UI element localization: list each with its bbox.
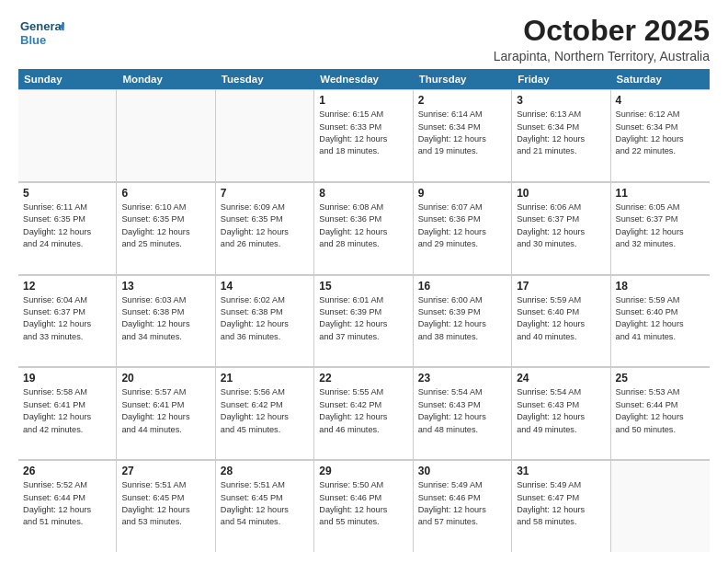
- calendar-day-29: 29Sunrise: 5:50 AM Sunset: 6:46 PM Dayli…: [314, 460, 413, 552]
- day-number: 27: [121, 465, 210, 477]
- day-info: Sunrise: 6:01 AM Sunset: 6:39 PM Dayligh…: [319, 294, 407, 343]
- day-info: Sunrise: 6:03 AM Sunset: 6:38 PM Dayligh…: [121, 294, 210, 343]
- day-info: Sunrise: 5:56 AM Sunset: 6:42 PM Dayligh…: [221, 386, 309, 435]
- day-number: 14: [221, 280, 309, 293]
- calendar-empty-cell: [117, 89, 215, 181]
- day-info: Sunrise: 6:08 AM Sunset: 6:36 PM Dayligh…: [319, 201, 407, 250]
- day-number: 4: [616, 94, 705, 107]
- calendar-day-15: 15Sunrise: 6:01 AM Sunset: 6:39 PM Dayli…: [314, 275, 413, 367]
- calendar-day-14: 14Sunrise: 6:02 AM Sunset: 6:38 PM Dayli…: [216, 275, 314, 367]
- subtitle: Larapinta, Northern Territory, Australia: [494, 49, 710, 63]
- day-number: 19: [23, 372, 111, 385]
- day-number: 26: [23, 465, 111, 477]
- day-number: 2: [418, 94, 506, 107]
- calendar-day-11: 11Sunrise: 6:05 AM Sunset: 6:37 PM Dayli…: [611, 182, 710, 274]
- day-info: Sunrise: 5:54 AM Sunset: 6:43 PM Dayligh…: [418, 386, 506, 435]
- calendar-day-9: 9Sunrise: 6:07 AM Sunset: 6:36 PM Daylig…: [414, 182, 512, 274]
- calendar-header: SundayMondayTuesdayWednesdayThursdayFrid…: [18, 69, 710, 89]
- day-number: 8: [319, 187, 407, 200]
- day-number: 28: [221, 465, 309, 477]
- day-info: Sunrise: 5:53 AM Sunset: 6:44 PM Dayligh…: [616, 386, 705, 435]
- calendar-empty-cell: [611, 460, 710, 552]
- calendar-empty-cell: [18, 89, 117, 181]
- day-number: 7: [221, 187, 309, 200]
- calendar-day-2: 2Sunrise: 6:14 AM Sunset: 6:34 PM Daylig…: [414, 89, 512, 181]
- calendar-day-23: 23Sunrise: 5:54 AM Sunset: 6:43 PM Dayli…: [414, 367, 512, 459]
- header-day-wednesday: Wednesday: [314, 69, 413, 89]
- calendar-day-21: 21Sunrise: 5:56 AM Sunset: 6:42 PM Dayli…: [216, 367, 314, 459]
- calendar-day-31: 31Sunrise: 5:49 AM Sunset: 6:47 PM Dayli…: [512, 460, 610, 552]
- calendar-day-7: 7Sunrise: 6:09 AM Sunset: 6:35 PM Daylig…: [216, 182, 314, 274]
- day-info: Sunrise: 6:07 AM Sunset: 6:36 PM Dayligh…: [418, 201, 506, 250]
- day-info: Sunrise: 6:13 AM Sunset: 6:34 PM Dayligh…: [517, 109, 605, 157]
- header-day-tuesday: Tuesday: [216, 69, 314, 89]
- day-info: Sunrise: 5:51 AM Sunset: 6:45 PM Dayligh…: [121, 479, 210, 528]
- day-info: Sunrise: 5:58 AM Sunset: 6:41 PM Dayligh…: [23, 386, 111, 435]
- calendar-body: 1Sunrise: 6:15 AM Sunset: 6:33 PM Daylig…: [18, 89, 710, 552]
- day-number: 3: [517, 94, 605, 107]
- calendar-day-26: 26Sunrise: 5:52 AM Sunset: 6:44 PM Dayli…: [18, 460, 117, 552]
- day-info: Sunrise: 6:10 AM Sunset: 6:35 PM Dayligh…: [121, 201, 210, 250]
- day-number: 6: [121, 187, 210, 200]
- calendar-day-19: 19Sunrise: 5:58 AM Sunset: 6:41 PM Dayli…: [18, 367, 117, 459]
- calendar-day-5: 5Sunrise: 6:11 AM Sunset: 6:35 PM Daylig…: [18, 182, 117, 274]
- calendar-day-22: 22Sunrise: 5:55 AM Sunset: 6:42 PM Dayli…: [314, 367, 413, 459]
- month-title: October 2025: [494, 15, 710, 47]
- calendar-day-27: 27Sunrise: 5:51 AM Sunset: 6:45 PM Dayli…: [117, 460, 215, 552]
- day-info: Sunrise: 6:02 AM Sunset: 6:38 PM Dayligh…: [221, 294, 309, 343]
- day-number: 29: [319, 465, 407, 477]
- header-day-thursday: Thursday: [414, 69, 512, 89]
- header-day-monday: Monday: [117, 69, 215, 89]
- day-number: 1: [319, 94, 407, 107]
- calendar-day-1: 1Sunrise: 6:15 AM Sunset: 6:33 PM Daylig…: [314, 89, 413, 181]
- calendar-day-30: 30Sunrise: 5:49 AM Sunset: 6:46 PM Dayli…: [414, 460, 512, 552]
- day-number: 22: [319, 372, 407, 385]
- title-block: October 2025 Larapinta, Northern Territo…: [494, 15, 710, 63]
- day-number: 12: [23, 280, 111, 293]
- day-info: Sunrise: 6:14 AM Sunset: 6:34 PM Dayligh…: [418, 109, 506, 157]
- day-number: 25: [616, 372, 705, 385]
- day-number: 15: [319, 280, 407, 293]
- day-number: 10: [517, 187, 605, 200]
- day-number: 23: [418, 372, 506, 385]
- day-number: 30: [418, 465, 506, 477]
- calendar-week-3: 12Sunrise: 6:04 AM Sunset: 6:37 PM Dayli…: [18, 275, 710, 368]
- calendar-empty-cell: [216, 89, 314, 181]
- header: General Blue October 2025 Larapinta, Nor…: [18, 15, 710, 63]
- day-number: 11: [616, 187, 705, 200]
- calendar-week-2: 5Sunrise: 6:11 AM Sunset: 6:35 PM Daylig…: [18, 182, 710, 275]
- day-info: Sunrise: 6:15 AM Sunset: 6:33 PM Dayligh…: [319, 109, 407, 157]
- calendar-day-18: 18Sunrise: 5:59 AM Sunset: 6:40 PM Dayli…: [611, 275, 710, 367]
- day-info: Sunrise: 5:57 AM Sunset: 6:41 PM Dayligh…: [121, 386, 210, 435]
- logo: General Blue: [18, 15, 64, 52]
- day-info: Sunrise: 6:05 AM Sunset: 6:37 PM Dayligh…: [616, 201, 705, 250]
- day-number: 16: [418, 280, 506, 293]
- day-number: 13: [121, 280, 210, 293]
- day-info: Sunrise: 5:55 AM Sunset: 6:42 PM Dayligh…: [319, 386, 407, 435]
- calendar-day-8: 8Sunrise: 6:08 AM Sunset: 6:36 PM Daylig…: [314, 182, 413, 274]
- day-number: 21: [221, 372, 309, 385]
- calendar-day-20: 20Sunrise: 5:57 AM Sunset: 6:41 PM Dayli…: [117, 367, 215, 459]
- day-info: Sunrise: 5:50 AM Sunset: 6:46 PM Dayligh…: [319, 479, 407, 528]
- calendar-day-6: 6Sunrise: 6:10 AM Sunset: 6:35 PM Daylig…: [117, 182, 215, 274]
- day-info: Sunrise: 5:52 AM Sunset: 6:44 PM Dayligh…: [23, 479, 111, 528]
- day-info: Sunrise: 6:09 AM Sunset: 6:35 PM Dayligh…: [221, 201, 309, 250]
- calendar-week-5: 26Sunrise: 5:52 AM Sunset: 6:44 PM Dayli…: [18, 460, 710, 552]
- calendar-day-13: 13Sunrise: 6:03 AM Sunset: 6:38 PM Dayli…: [117, 275, 215, 367]
- day-number: 24: [517, 372, 605, 385]
- svg-text:Blue: Blue: [20, 33, 46, 47]
- day-number: 31: [517, 465, 605, 477]
- header-day-saturday: Saturday: [611, 69, 710, 89]
- calendar-day-3: 3Sunrise: 6:13 AM Sunset: 6:34 PM Daylig…: [512, 89, 610, 181]
- day-info: Sunrise: 5:59 AM Sunset: 6:40 PM Dayligh…: [616, 294, 705, 343]
- day-info: Sunrise: 6:06 AM Sunset: 6:37 PM Dayligh…: [517, 201, 605, 250]
- day-info: Sunrise: 6:11 AM Sunset: 6:35 PM Dayligh…: [23, 201, 111, 250]
- calendar: SundayMondayTuesdayWednesdayThursdayFrid…: [18, 69, 710, 552]
- calendar-day-25: 25Sunrise: 5:53 AM Sunset: 6:44 PM Dayli…: [611, 367, 710, 459]
- day-info: Sunrise: 5:59 AM Sunset: 6:40 PM Dayligh…: [517, 294, 605, 343]
- calendar-day-12: 12Sunrise: 6:04 AM Sunset: 6:37 PM Dayli…: [18, 275, 117, 367]
- day-info: Sunrise: 5:51 AM Sunset: 6:45 PM Dayligh…: [221, 479, 309, 528]
- calendar-day-24: 24Sunrise: 5:54 AM Sunset: 6:43 PM Dayli…: [512, 367, 610, 459]
- svg-text:General: General: [20, 19, 64, 33]
- calendar-day-4: 4Sunrise: 6:12 AM Sunset: 6:34 PM Daylig…: [611, 89, 710, 181]
